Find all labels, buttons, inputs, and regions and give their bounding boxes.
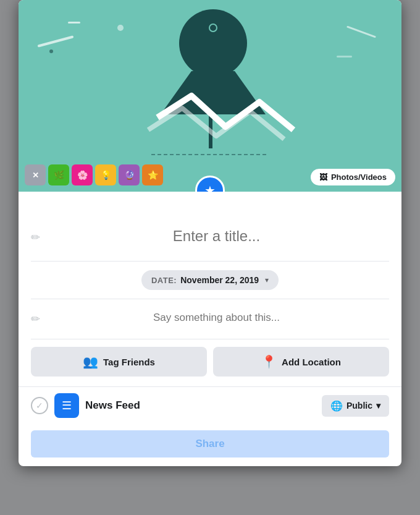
photos-videos-label: Photos/Videos (331, 172, 387, 182)
bottom-bar: ✓ ☰ News Feed 🌐 Public ▾ (19, 386, 401, 424)
date-row: DATE: November 22, 2019 ▾ (31, 262, 389, 299)
add-location-button[interactable]: 📍 Add Location (213, 347, 389, 377)
hero-image-area: ✕ 🌿 🌸 💡 🔮 ⭐ 🖼 Photos/Videos (19, 0, 401, 192)
news-feed-icon: ☰ (62, 399, 72, 412)
news-feed-label: News Feed (85, 399, 140, 412)
deco-line-3 (346, 26, 376, 38)
toolbar-yellow-btn[interactable]: ⭐ (142, 164, 163, 185)
form-area: ✏ DATE: November 22, 2019 ▾ ✏ 👥 Tag Frie… (19, 192, 401, 384)
toolbar-pink-btn[interactable]: 🌸 (72, 164, 93, 185)
public-chevron-icon: ▾ (376, 401, 380, 411)
green-icon: 🌿 (54, 170, 64, 180)
image-toolbar: ✕ 🌿 🌸 💡 🔮 ⭐ (25, 164, 163, 185)
bulb-icon: 💡 (101, 170, 111, 180)
create-post-modal: ✕ 🌿 🌸 💡 🔮 ⭐ 🖼 Photos/Videos (19, 0, 401, 466)
tag-friends-label: Tag Friends (103, 357, 155, 367)
action-row: 👥 Tag Friends 📍 Add Location (31, 339, 389, 384)
deco-circle-2 (49, 49, 53, 53)
purple-icon: 🔮 (124, 170, 135, 180)
public-button[interactable]: 🌐 Public ▾ (322, 395, 389, 417)
say-something-row: ✏ (31, 299, 389, 339)
pencil-icon: ✏ (31, 231, 40, 244)
say-something-input[interactable] (44, 303, 389, 335)
location-pin-icon: 📍 (261, 354, 277, 369)
news-feed-icon-box: ☰ (54, 393, 79, 418)
tag-friends-button[interactable]: 👥 Tag Friends (31, 347, 207, 377)
star-icon: ⭐ (148, 170, 158, 180)
deco-line-2 (68, 22, 80, 23)
public-label: Public (346, 401, 372, 411)
date-label: DATE: (151, 276, 177, 285)
add-location-label: Add Location (282, 357, 341, 367)
toolbar-orange-btn[interactable]: 💡 (95, 164, 116, 185)
share-button[interactable]: Share (31, 430, 389, 458)
deco-line-1 (38, 35, 74, 47)
svg-point-0 (179, 9, 247, 77)
deco-line-4 (337, 56, 352, 57)
photo-icon: 🖼 (319, 172, 327, 182)
megaphone-svg (117, 0, 303, 192)
illustration (19, 0, 401, 192)
close-x-icon: ✕ (32, 171, 39, 180)
news-feed-left: ✓ ☰ News Feed (31, 393, 140, 418)
tag-friends-icon: 👥 (83, 354, 98, 369)
pencil-icon-2: ✏ (31, 312, 40, 326)
date-value: November 22, 2019 (180, 275, 259, 285)
toolbar-purple-btn[interactable]: 🔮 (119, 164, 140, 185)
toolbar-close-btn[interactable]: ✕ (25, 164, 46, 185)
globe-icon: 🌐 (330, 400, 343, 412)
chevron-down-icon: ▾ (265, 276, 269, 284)
check-icon: ✓ (31, 397, 48, 414)
title-input[interactable] (44, 221, 389, 253)
star-avatar-icon: ★ (204, 183, 216, 192)
share-btn-row: Share (19, 424, 401, 466)
pink-icon: 🌸 (77, 170, 88, 180)
date-badge[interactable]: DATE: November 22, 2019 ▾ (141, 270, 279, 290)
toolbar-green-btn[interactable]: 🌿 (48, 164, 69, 185)
title-row: ✏ (31, 216, 389, 261)
photos-videos-button[interactable]: 🖼 Photos/Videos (311, 169, 395, 185)
